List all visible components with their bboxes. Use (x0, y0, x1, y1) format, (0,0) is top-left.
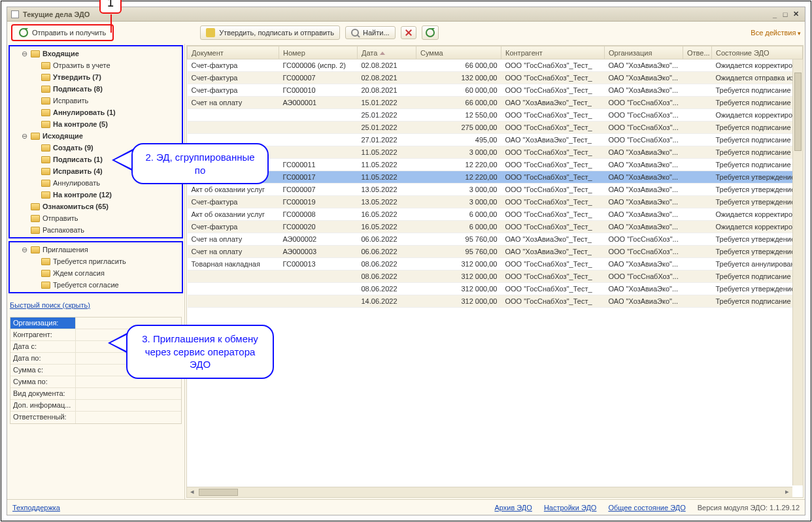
table-row[interactable]: 25.01.2022275 000,00ООО "ГосСнабХоз"_Тес… (188, 122, 803, 134)
table-row[interactable]: Счет-фактураГС00001913.05.20223 000,00ОО… (188, 196, 803, 208)
col-document[interactable]: Документ (188, 46, 279, 59)
table-cell: ГС000019 (279, 196, 358, 208)
table-cell: Счет-фактура (188, 72, 279, 84)
tree-item[interactable]: Аннулировать (1) (10, 106, 182, 118)
clear-filter-button[interactable] (401, 26, 416, 39)
approve-sign-send-label: Утвердить, подписать и отправить (219, 29, 334, 37)
footer: Техподдержка Архив ЭДО Настройки ЭДО Общ… (7, 499, 805, 515)
tree-item[interactable]: Ждем согласия (10, 267, 182, 279)
tree-item[interactable]: Требуется пригласить (10, 255, 182, 267)
tree-item[interactable]: ⊖Исходящие (10, 130, 182, 142)
horizontal-scrollbar[interactable]: ◂ ▸ (187, 487, 792, 497)
minimize-button[interactable]: _ (770, 10, 780, 18)
filter-row[interactable]: Вид документа: (10, 388, 181, 400)
filter-value[interactable] (76, 400, 181, 411)
col-number[interactable]: Номер (279, 46, 358, 59)
sync-icon (19, 28, 28, 37)
expand-toggle-icon[interactable]: ⊖ (20, 132, 28, 140)
table-row[interactable]: Счет-фактураГС00001711.05.202212 220,00О… (188, 171, 803, 184)
tree-item[interactable]: Отразить в учете (10, 59, 182, 71)
table-row[interactable]: 25.01.202212 550,00ООО "ГосСнабХоз"_Тест… (188, 109, 803, 122)
data-grid[interactable]: Документ Номер Дата Сумма Контрагент Орг… (186, 45, 804, 498)
table-row[interactable]: Счет-фактураГС00000702.08.2021132 000,00… (188, 72, 803, 84)
tree-item[interactable]: Распаковать (10, 224, 182, 236)
col-responsible[interactable]: Отве... (683, 46, 712, 59)
quick-search-toggle[interactable]: Быстрый поиск (скрыть) (7, 295, 184, 316)
status-link[interactable]: Общее состояние ЭДО (608, 504, 685, 512)
table-row[interactable]: Товарная накладнаяГС00001308.06.2022312 … (188, 258, 803, 270)
table-cell: АЭ000003 (279, 246, 358, 258)
settings-link[interactable]: Настройки ЭДО (544, 504, 597, 512)
table-row[interactable]: Акт об оказании услугГС00000816.05.20226… (188, 208, 803, 221)
table-cell: ОАО "ХозАвиаЭко"... (605, 283, 683, 295)
tree-item[interactable]: Утвердить (7) (10, 71, 182, 83)
tree-item-label: Распаковать (42, 226, 84, 234)
col-organization[interactable]: Организация (605, 46, 683, 59)
table-cell: Требуется подписание (712, 270, 803, 283)
hscroll-right-arrow[interactable]: ▸ (782, 487, 792, 497)
hscroll-left-arrow[interactable]: ◂ (187, 487, 197, 497)
table-cell: ООО "ГосСнабХоз"_Тест_ (501, 184, 605, 196)
table-row[interactable]: 27.01.2022495,00ОАО "ХозАвиаЭко"_Тест_ОО… (188, 134, 803, 146)
table-cell: Требуется утверждение (712, 196, 803, 208)
table-row[interactable]: Счет-фактураГС000006 (испр. 2)02.08.2021… (188, 59, 803, 72)
all-actions-dropdown[interactable]: Все действия (751, 29, 801, 37)
table-cell: ОАО "ХозАвиаЭко"... (605, 295, 683, 308)
tree-item[interactable]: Подписать (8) (10, 83, 182, 95)
table-row[interactable]: Счет на оплатуАЭ00000115.01.202266 000,0… (188, 97, 803, 109)
tree-item[interactable]: Отправить (10, 212, 182, 224)
expand-toggle-icon[interactable]: ⊖ (20, 50, 28, 58)
hscroll-thumb[interactable] (199, 489, 238, 496)
archive-link[interactable]: Архив ЭДО (494, 504, 532, 512)
filter-value[interactable] (76, 412, 181, 423)
tree-item[interactable]: Требуется согласие (10, 279, 182, 291)
vertical-scrollbar[interactable] (792, 59, 803, 485)
col-date[interactable]: Дата (358, 46, 416, 59)
table-cell: ООО "ГосСнабХоз"_Тест_ (501, 295, 605, 308)
tree-item-label: Приглашения (42, 246, 88, 253)
table-row[interactable]: Счет-фактураГС00001020.08.202160 000,00О… (188, 84, 803, 97)
tree-item[interactable]: Ознакомиться (65) (10, 201, 182, 212)
support-link[interactable]: Техподдержка (12, 504, 60, 512)
table-cell: ОАО "ХозАвиаЭко"... (605, 84, 683, 97)
tree-item[interactable]: На контроле (12) (10, 189, 182, 201)
table-row[interactable]: Счет на оплатуАЭ00000306.06.202295 760,0… (188, 246, 803, 258)
table-row[interactable]: Счет-фактураГС00002016.05.20226 000,00ОО… (188, 221, 803, 233)
find-button[interactable]: Найти... (345, 26, 396, 39)
table-cell: 16.05.2022 (358, 221, 416, 233)
filter-value[interactable] (76, 388, 181, 399)
table-row[interactable]: Товарная накладнаяГС00001111.05.202212 2… (188, 159, 803, 171)
tree-item-label: Ознакомиться (65) (42, 203, 109, 210)
table-row[interactable]: 11.05.20223 000,00ООО "ГосСнабХоз"_Тест_… (188, 146, 803, 159)
table-cell: Товарная накладная (188, 258, 279, 270)
tree-item[interactable]: Исправить (10, 95, 182, 106)
col-edo-state[interactable]: Состояние ЭДО (712, 46, 803, 59)
table-row[interactable]: 14.06.2022312 000,00ООО "ГосСнабХоз"_Тес… (188, 295, 803, 308)
table-cell: Требуется утверждение (712, 184, 803, 196)
tree-item[interactable]: На контроле (5) (10, 118, 182, 130)
filter-label: Организация: (10, 318, 76, 329)
expand-toggle-icon[interactable]: ⊖ (20, 246, 28, 254)
refresh-button[interactable] (422, 25, 439, 40)
filter-row[interactable]: Ответственный: (10, 412, 181, 423)
table-row[interactable]: Счет на оплатуАЭ00000206.06.202295 760,0… (188, 233, 803, 246)
approve-sign-send-button[interactable]: Утвердить, подписать и отправить (200, 25, 340, 40)
table-cell: Требуется утверждение (712, 233, 803, 246)
table-cell: Требуется подписание (712, 134, 803, 146)
tree-item[interactable]: ⊖Входящие (10, 48, 182, 59)
close-button[interactable]: ✕ (790, 10, 801, 18)
table-cell (683, 72, 712, 84)
maximize-button[interactable]: □ (780, 10, 790, 18)
col-sum[interactable]: Сумма (416, 46, 501, 59)
table-row[interactable]: Акт об оказании услугГС00000713.05.20223… (188, 184, 803, 196)
table-cell (683, 246, 712, 258)
send-receive-button[interactable]: Отправить и получить (11, 24, 114, 41)
table-cell: Требуется подписание (712, 159, 803, 171)
col-contragent[interactable]: Контрагент (501, 46, 605, 59)
table-row[interactable]: 08.06.2022312 000,00ООО "ГосСнабХоз"_Тес… (188, 270, 803, 283)
table-cell (188, 283, 279, 295)
vscroll-thumb[interactable] (794, 73, 802, 151)
tree-item[interactable]: ⊖Приглашения (10, 244, 182, 255)
table-row[interactable]: 08.06.2022312 000,00ООО "ГосСнабХоз"_Тес… (188, 283, 803, 295)
filter-row[interactable]: Доп. информац... (10, 400, 181, 412)
